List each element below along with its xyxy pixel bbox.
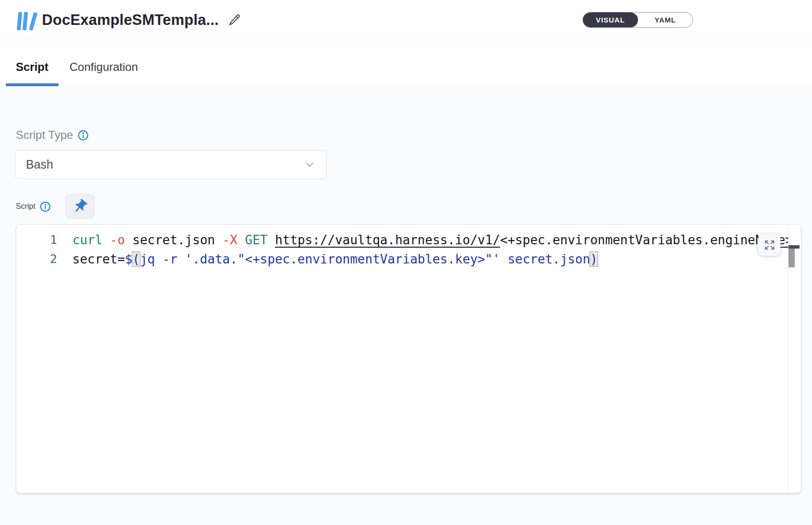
step-form: Script Type Bash Script 1 curl -o secret… xyxy=(0,86,812,525)
template-library-icon xyxy=(17,10,35,30)
toggle-yaml-button[interactable]: YAML xyxy=(638,12,693,27)
script-editor: 1 curl -o secret.json -X GET https://vau… xyxy=(16,224,801,493)
chevron-down-icon xyxy=(303,159,316,171)
pencil-icon xyxy=(228,13,241,26)
header: DocExampleSMTempla... VISUAL YAML xyxy=(0,0,812,40)
line-number: 1 xyxy=(16,230,57,250)
code-text: curl -o secret.json -X GET https://vault… xyxy=(57,230,788,250)
tab-bar: Script Configuration xyxy=(0,40,812,86)
scrollbar-cap xyxy=(789,245,800,249)
visual-yaml-toggle: VISUAL YAML xyxy=(582,12,693,28)
page-title: DocExampleSMTempla... xyxy=(42,11,219,29)
code-line: 2 secret=$(jq -r '.data."<+spec.environm… xyxy=(16,250,788,269)
script-label: Script xyxy=(16,202,35,211)
line-number: 2 xyxy=(16,250,57,269)
editor-scrollbar[interactable] xyxy=(788,225,801,492)
script-type-label: Script Type xyxy=(16,128,73,142)
pin-button[interactable] xyxy=(65,194,95,219)
script-type-select[interactable]: Bash xyxy=(15,150,327,179)
info-icon[interactable] xyxy=(78,130,89,141)
expand-icon xyxy=(764,240,775,251)
toggle-visual-button[interactable]: VISUAL xyxy=(583,12,638,27)
code-area[interactable]: 1 curl -o secret.json -X GET https://vau… xyxy=(16,225,788,492)
edit-title-button[interactable] xyxy=(228,13,241,26)
scrollbar-thumb[interactable] xyxy=(789,249,795,267)
script-type-label-row: Script Type xyxy=(16,128,89,142)
pin-icon xyxy=(69,195,92,218)
expand-editor-button[interactable] xyxy=(758,234,780,256)
info-icon[interactable] xyxy=(40,201,51,212)
tab-script[interactable]: Script xyxy=(6,60,58,86)
tab-configuration[interactable]: Configuration xyxy=(59,60,148,86)
code-text: secret=$(jq -r '.data."<+spec.environmen… xyxy=(57,250,598,269)
script-label-row: Script xyxy=(16,194,95,219)
script-type-value: Bash xyxy=(26,158,53,171)
code-line: 1 curl -o secret.json -X GET https://vau… xyxy=(16,230,788,250)
